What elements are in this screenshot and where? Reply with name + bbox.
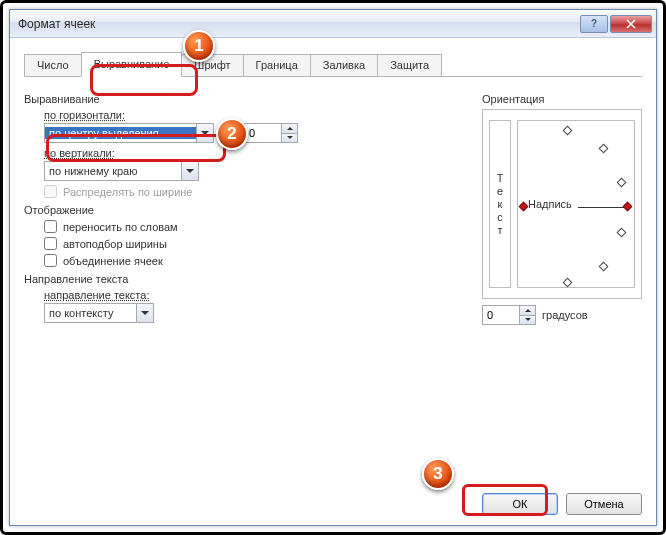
textdir-section-title: Направление текста <box>24 273 462 285</box>
titlebar[interactable]: Формат ячеек ? <box>10 10 656 38</box>
tab-protection[interactable]: Защита <box>377 54 442 76</box>
dialog-footer: ОК Отмена <box>10 483 656 525</box>
cancel-button[interactable]: Отмена <box>566 493 642 515</box>
help-button[interactable]: ? <box>580 15 608 33</box>
justify-distributed-check: Распределять по ширине <box>44 185 462 198</box>
wrap-text-check[interactable]: переносить по словам <box>44 220 462 233</box>
orientation-section-title: Ориентация <box>482 93 642 105</box>
horizontal-label: по горизонтали: <box>44 109 462 121</box>
degrees-label: градусов <box>542 309 588 321</box>
callout-1: 1 <box>183 30 215 62</box>
orientation-control[interactable]: Текст Надпись <box>482 109 642 299</box>
indent-input[interactable] <box>245 124 281 142</box>
indent-spinner[interactable] <box>244 123 298 143</box>
format-cells-dialog: Формат ячеек ? Число Выравнивание Шрифт … <box>9 9 657 526</box>
chevron-down-icon[interactable] <box>181 162 198 180</box>
shrink-fit-check[interactable]: автоподбор ширины <box>44 237 462 250</box>
dialog-title: Формат ячеек <box>18 17 580 31</box>
callout-2: 2 <box>216 118 248 150</box>
tab-alignment[interactable]: Выравнивание <box>81 52 183 77</box>
orientation-label: Надпись <box>528 198 572 210</box>
tab-bar: Число Выравнивание Шрифт Граница Заливка… <box>24 52 642 77</box>
ok-button[interactable]: ОК <box>482 493 558 515</box>
vertical-align-combo[interactable]: по нижнему краю <box>44 161 199 181</box>
degrees-spinner[interactable] <box>482 305 536 325</box>
display-section-title: Отображение <box>24 204 462 216</box>
tab-fill[interactable]: Заливка <box>310 54 378 76</box>
callout-3: 3 <box>422 458 454 490</box>
spin-up-icon[interactable] <box>282 124 297 134</box>
close-button[interactable] <box>610 15 652 33</box>
alignment-section-title: Выравнивание <box>24 93 462 105</box>
text-direction-combo[interactable]: по контексту <box>44 303 154 323</box>
chevron-down-icon[interactable] <box>136 304 153 322</box>
vertical-text-button[interactable]: Текст <box>489 120 511 288</box>
spin-down-icon[interactable] <box>282 134 297 143</box>
spin-up-icon[interactable] <box>520 306 535 316</box>
textdir-label: направление текста: <box>44 289 462 301</box>
chevron-down-icon[interactable] <box>196 124 213 142</box>
degrees-input[interactable] <box>483 306 519 324</box>
vertical-label: по вертикали: <box>44 147 462 159</box>
tab-border[interactable]: Граница <box>243 54 311 76</box>
merge-cells-check[interactable]: объединение ячеек <box>44 254 462 267</box>
orientation-dial[interactable]: Надпись <box>517 120 635 288</box>
tab-number[interactable]: Число <box>24 54 82 76</box>
horizontal-align-combo[interactable]: по центру выделения <box>44 123 214 143</box>
spin-down-icon[interactable] <box>520 316 535 325</box>
